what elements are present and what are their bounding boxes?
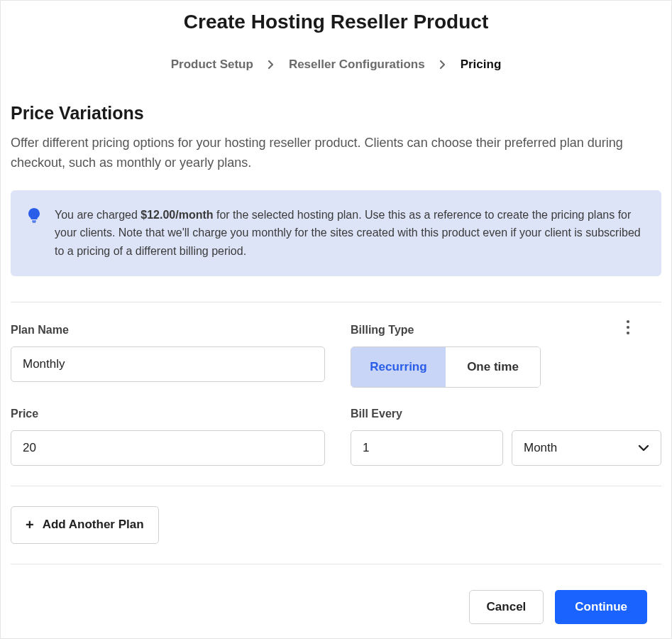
svg-point-3 <box>627 325 629 328</box>
cancel-button[interactable]: Cancel <box>469 590 544 624</box>
breadcrumb: Product Setup Reseller Configurations Pr… <box>1 58 671 72</box>
price-input[interactable] <box>11 430 325 466</box>
plan-name-input[interactable] <box>11 346 325 382</box>
breadcrumb-step-product-setup[interactable]: Product Setup <box>171 58 253 72</box>
billing-type-recurring[interactable]: Recurring <box>351 347 446 387</box>
bill-every-unit-value: Month <box>524 441 557 455</box>
page-title: Create Hosting Reseller Product <box>1 11 671 33</box>
info-price: $12.00/month <box>141 209 213 221</box>
svg-point-4 <box>627 331 629 334</box>
info-banner: You are charged $12.00/month for the sel… <box>11 190 661 276</box>
divider <box>11 564 661 564</box>
breadcrumb-step-pricing[interactable]: Pricing <box>461 58 502 72</box>
svg-point-2 <box>627 320 629 322</box>
lightbulb-icon <box>28 207 40 261</box>
breadcrumb-step-reseller-config[interactable]: Reseller Configurations <box>289 58 425 72</box>
bill-every-qty-input[interactable] <box>351 430 503 466</box>
svg-rect-1 <box>33 222 36 222</box>
billing-type-label: Billing Type <box>351 324 661 337</box>
bill-every-label: Bill Every <box>351 408 661 420</box>
add-plan-label: Add Another Plan <box>43 518 144 532</box>
billing-type-segmented: Recurring One time <box>351 346 541 388</box>
divider <box>11 302 661 302</box>
price-label: Price <box>11 408 325 420</box>
more-vertical-icon <box>626 320 630 335</box>
info-pre: You are charged <box>55 209 141 221</box>
divider <box>11 486 661 486</box>
svg-rect-0 <box>32 220 36 221</box>
section-title: Price Variations <box>11 103 661 124</box>
section-description: Offer different pricing options for your… <box>11 133 661 173</box>
billing-type-one-time[interactable]: One time <box>446 347 540 387</box>
chevron-right-icon <box>439 60 446 70</box>
add-another-plan-button[interactable]: + Add Another Plan <box>11 506 159 544</box>
plus-icon: + <box>26 517 34 533</box>
info-text: You are charged $12.00/month for the sel… <box>55 206 644 261</box>
bill-every-unit-select[interactable]: Month <box>512 430 661 466</box>
continue-button[interactable]: Continue <box>555 590 647 624</box>
plan-more-menu[interactable] <box>623 317 633 341</box>
footer-actions: Cancel Continue <box>11 590 661 624</box>
plan-name-label: Plan Name <box>11 324 325 337</box>
chevron-down-icon <box>638 441 649 455</box>
chevron-right-icon <box>268 60 275 70</box>
